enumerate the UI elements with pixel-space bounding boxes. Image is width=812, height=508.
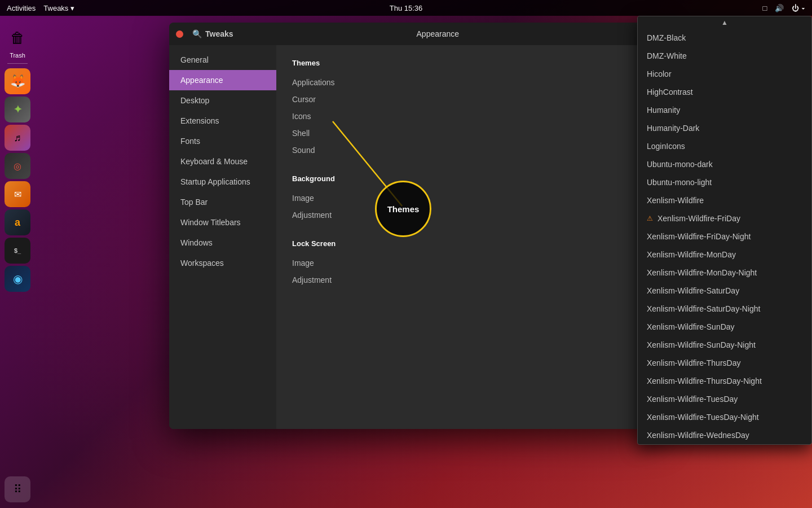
themes-sound[interactable]: Sound [292, 142, 641, 159]
sidebar: General Appearance Desktop Extensions Fo… [169, 45, 276, 429]
dock-item-rhythmbox[interactable]: ◎ [5, 153, 30, 179]
window-header: 🔍 Tweaks Appearance [169, 23, 657, 45]
background-adjustment[interactable]: Adjustment [292, 207, 641, 224]
topbar-datetime: Thu 15:36 [390, 4, 423, 12]
dropdown-item[interactable]: Xenlism-Wildfire-SunDay-Night [638, 336, 811, 354]
window-title: Appearance [238, 29, 638, 38]
content-area: Themes Applications Cursor Icons Shell S… [276, 45, 657, 429]
theme-dropdown[interactable]: ▲ DMZ-BlackDMZ-WhiteHicolorHighContrastH… [637, 16, 812, 445]
tweaks-menu[interactable]: Tweaks ▾ [43, 4, 74, 12]
dropdown-item[interactable]: Humanity [638, 101, 811, 119]
dropdown-item[interactable]: Xenlism-Wildfire-SaturDay-Night [638, 300, 811, 318]
dropdown-item[interactable]: Xenlism-Wildfire-FriDay-Night [638, 227, 811, 246]
dropdown-item[interactable]: Humanity-Dark [638, 119, 811, 137]
dropdown-item[interactable]: Xenlism-Wildfire-WednesDay [638, 426, 811, 444]
sidebar-item-keyboard-mouse[interactable]: Keyboard & Mouse [169, 151, 276, 172]
background-section: Background Image Adjustment [292, 174, 641, 224]
dropdown-item[interactable]: Hicolor [638, 65, 811, 83]
lockscreen-adjustment[interactable]: Adjustment [292, 271, 641, 288]
dropdown-item[interactable]: Xenlism-Wildfire-ThursDay [638, 354, 811, 372]
lockscreen-section-title: Lock Screen [292, 239, 641, 248]
themes-section: Themes Applications Cursor Icons Shell S… [292, 59, 641, 159]
window-controls [176, 30, 183, 38]
dock-separator [7, 63, 28, 64]
topbar: Activities Tweaks ▾ Thu 15:36 □ 🔊 ⏻ ▾ [0, 0, 812, 16]
dock-item-terminal[interactable]: $_ [5, 238, 30, 264]
header-search: 🔍 Tweaks [192, 29, 233, 38]
themes-shell[interactable]: Shell [292, 125, 641, 142]
dock-item-dotlocal[interactable]: ◉ [5, 266, 30, 292]
dock-item-music[interactable]: ♬ [5, 125, 30, 151]
dropdown-item[interactable]: Xenlism-Wildfire-TuesDay [638, 390, 811, 408]
themes-icons[interactable]: Icons [292, 108, 641, 125]
window-body: General Appearance Desktop Extensions Fo… [169, 45, 657, 429]
trash-label: Trash [10, 52, 25, 59]
dropdown-item[interactable]: DMZ-White [638, 47, 811, 65]
scroll-up-indicator[interactable]: ▲ [638, 16, 811, 29]
sidebar-item-topbar[interactable]: Top Bar [169, 192, 276, 212]
dropdown-item[interactable]: ⚠Xenlism-Wildfire-FriDay [638, 209, 811, 227]
sidebar-item-desktop[interactable]: Desktop [169, 90, 276, 111]
dock-item-firefox[interactable]: 🦊 [5, 68, 30, 94]
themes-applications[interactable]: Applications [292, 74, 641, 91]
sidebar-item-titlebars[interactable]: Window Titlebars [169, 212, 276, 233]
themes-section-title: Themes [292, 59, 641, 67]
dock-item-gerp[interactable]: ✉ [5, 181, 30, 207]
dropdown-item[interactable]: Xenlism-Wildfire-SaturDay [638, 282, 811, 300]
show-apps-button[interactable]: ⠿ [5, 476, 30, 502]
background-image[interactable]: Image [292, 190, 641, 207]
dropdown-item[interactable]: HighContrast [638, 83, 811, 101]
sidebar-item-appearance[interactable]: Appearance [169, 70, 276, 90]
dropdown-item[interactable]: Xenlism-Wildfire [638, 191, 811, 209]
sidebar-item-windows[interactable]: Windows [169, 233, 276, 253]
sidebar-item-startup[interactable]: Startup Applications [169, 172, 276, 192]
sidebar-item-fonts[interactable]: Fonts [169, 131, 276, 151]
warn-icon: ⚠ [647, 214, 653, 222]
tweaks-window: 🔍 Tweaks Appearance General Appearance D… [169, 23, 657, 429]
dropdown-item[interactable]: Xenlism-Wildfire-TuesDay-Night [638, 408, 811, 426]
dock: 🗑 Trash 🦊 ✦ ♬ ◎ ✉ a $_ ◉ ⠿ [0, 16, 35, 508]
search-icon[interactable]: 🔍 [192, 29, 202, 38]
lockscreen-section: Lock Screen Image Adjustment [292, 239, 641, 288]
dropdown-item[interactable]: Xenlism-Wildfire-SunDay [638, 318, 811, 336]
dropdown-item[interactable]: Xenlism-Wildfire-ThursDay-Night [638, 372, 811, 390]
dock-item-amazon[interactable]: a [5, 209, 30, 235]
dropdown-item[interactable]: Xenlism-Wildfire-MonDay-Night [638, 264, 811, 282]
topbar-screen-icon[interactable]: □ [763, 4, 767, 12]
dropdown-item[interactable]: DMZ-Black [638, 29, 811, 47]
dropdown-item[interactable]: LoginIcons [638, 137, 811, 155]
dropdown-item[interactable]: Xenlism-Wildfire-WednesDay-Night [638, 444, 811, 445]
topbar-power-icon[interactable]: ⏻ ▾ [792, 4, 805, 12]
background-section-title: Background [292, 174, 641, 183]
sidebar-item-extensions[interactable]: Extensions [169, 111, 276, 131]
dropdown-item[interactable]: Ubuntu-mono-dark [638, 155, 811, 173]
topbar-volume-icon[interactable]: 🔊 [775, 4, 784, 12]
themes-cursor[interactable]: Cursor [292, 91, 641, 108]
sidebar-item-workspaces[interactable]: Workspaces [169, 253, 276, 273]
trash-icon[interactable]: 🗑 Trash [5, 25, 30, 59]
dropdown-item[interactable]: Xenlism-Wildfire-MonDay [638, 246, 811, 264]
dropdown-items-container: DMZ-BlackDMZ-WhiteHicolorHighContrastHum… [638, 29, 811, 445]
app-name: Tweaks [205, 29, 233, 38]
sidebar-item-general[interactable]: General [169, 50, 276, 70]
close-button[interactable] [176, 30, 183, 38]
dock-item-claw[interactable]: ✦ [5, 97, 30, 122]
lockscreen-image[interactable]: Image [292, 255, 641, 271]
dropdown-item[interactable]: Ubuntu-mono-light [638, 173, 811, 191]
activities-button[interactable]: Activities [7, 4, 36, 12]
